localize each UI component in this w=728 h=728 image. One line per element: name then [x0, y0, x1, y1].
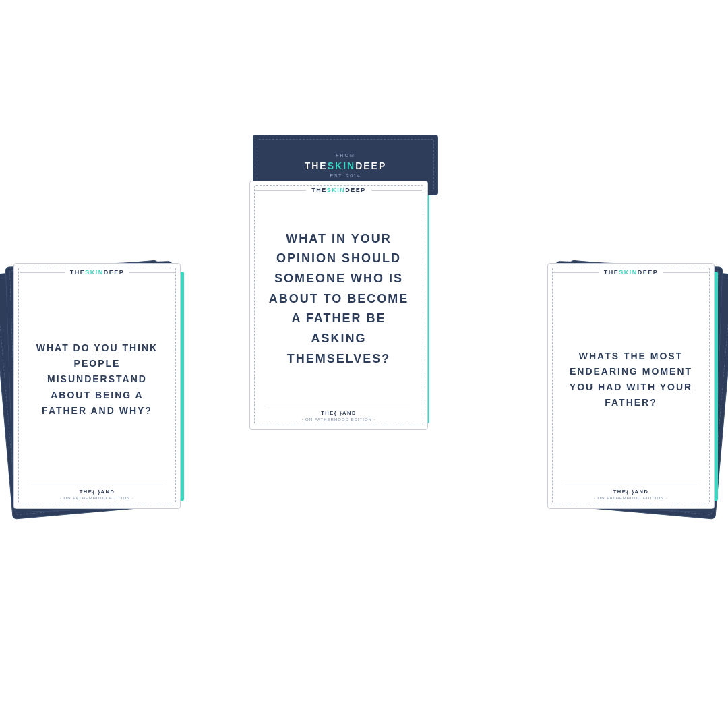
center-brand-skin: SKIN — [327, 187, 346, 193]
right-front-card: THESKINDEEP WHATS THE MOST ENDEARING MOM… — [547, 263, 715, 509]
left-brand-deep: DEEP — [104, 269, 125, 276]
left-question-area: WHAT DO YOU THINK PEOPLE MISUNDERSTAND A… — [14, 278, 180, 481]
right-brand-skin: SKIN — [619, 269, 638, 276]
center-brand-text: THESKINDEEP — [311, 187, 366, 193]
left-footer: THE{ }AND - ON FATHERHOOD EDITION - — [14, 481, 180, 508]
center-brand-deep: DEEP — [345, 187, 366, 193]
right-brand-text: THESKINDEEP — [604, 269, 659, 276]
center-card-stack: FROM THESKINDEEP Est. 2014 THESKINDEEP W… — [249, 181, 428, 430]
left-footer-main: THE{ }AND — [80, 489, 115, 495]
left-footer-sub: - ON FATHERHOOD EDITION - — [60, 496, 134, 500]
left-brand-skin: SKIN — [85, 269, 104, 276]
center-brand-bar: THESKINDEEP — [250, 181, 427, 196]
right-footer-main: THE{ }AND — [613, 489, 649, 495]
center-from-the: THE — [305, 160, 328, 171]
center-footer-main: THE{ }AND — [321, 410, 357, 416]
center-footer-sub: - ON FATHERHOOD EDITION - — [301, 417, 375, 421]
scene: THESKINDEEP WHAT DO YOU THINK PEOPLE MIS… — [0, 0, 728, 728]
center-question-area: WHAT IN YOUR OPINION SHOULD SOMEONE WHO … — [250, 196, 427, 402]
center-brand-the: THE — [311, 187, 327, 193]
right-question-text: WHATS THE MOST ENDEARING MOMENT YOU HAD … — [562, 348, 700, 411]
center-est: Est. 2014 — [330, 173, 361, 178]
center-from-brand: THESKINDEEP — [305, 160, 387, 171]
left-card-stack: THESKINDEEP WHAT DO YOU THINK PEOPLE MIS… — [13, 263, 181, 509]
center-question-text: WHAT IN YOUR OPINION SHOULD SOMEONE WHO … — [264, 229, 414, 369]
right-card-stack: THESKINDEEP WHATS THE MOST ENDEARING MOM… — [547, 263, 715, 509]
center-from-deep: DEEP — [355, 160, 386, 171]
right-brand-deep: DEEP — [638, 269, 659, 276]
right-question-area: WHATS THE MOST ENDEARING MOMENT YOU HAD … — [548, 278, 714, 481]
center-footer: THE{ }AND - ON FATHERHOOD EDITION - — [250, 402, 427, 429]
right-footer: THE{ }AND - ON FATHERHOOD EDITION - — [548, 481, 714, 508]
center-from-label: FROM — [336, 153, 355, 158]
left-front-card: THESKINDEEP WHAT DO YOU THINK PEOPLE MIS… — [13, 263, 181, 509]
right-brand-bar: THESKINDEEP — [548, 264, 714, 278]
center-front-card: THESKINDEEP WHAT IN YOUR OPINION SHOULD … — [249, 181, 428, 430]
center-from-skin: SKIN — [328, 160, 355, 171]
left-brand-text: THESKINDEEP — [70, 269, 125, 276]
left-question-text: WHAT DO YOU THINK PEOPLE MISUNDERSTAND A… — [28, 340, 166, 418]
left-brand-bar: THESKINDEEP — [14, 264, 180, 278]
left-brand-the: THE — [70, 269, 86, 276]
right-brand-the: THE — [604, 269, 619, 276]
right-footer-sub: - ON FATHERHOOD EDITION - — [594, 496, 668, 500]
